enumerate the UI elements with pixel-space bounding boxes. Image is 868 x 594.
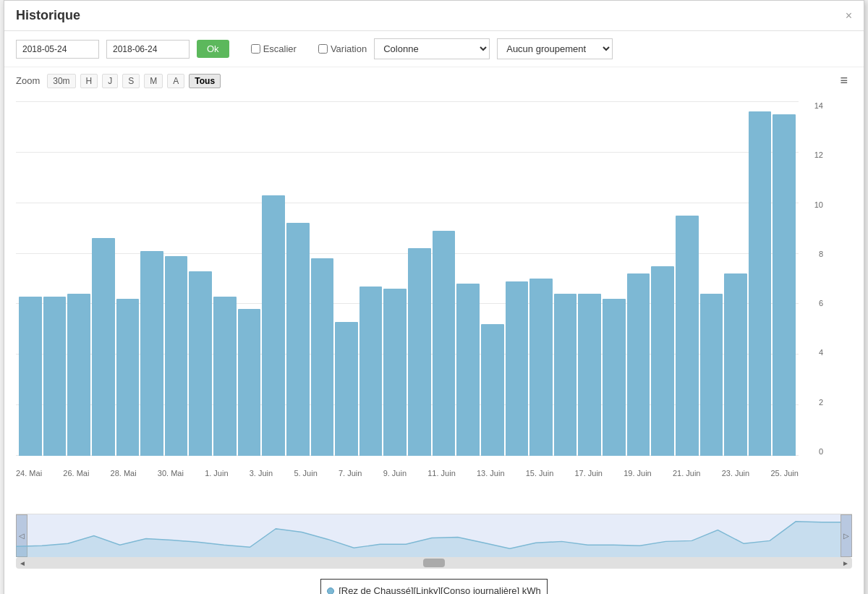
bar-25[interactable] <box>627 273 650 456</box>
zoom-J[interactable]: J <box>102 74 118 88</box>
y-label-8: 8 <box>819 250 823 258</box>
bar-17[interactable] <box>433 231 456 457</box>
zoom-A[interactable]: A <box>167 74 184 88</box>
x-label-5: 3. Juin <box>250 469 273 478</box>
y-label-2: 2 <box>819 398 823 407</box>
x-label-11: 15. Juin <box>526 469 554 478</box>
x-axis: 24. Mai26. Mai28. Mai30. Mai1. Juin3. Ju… <box>16 469 799 478</box>
x-label-16: 25. Juin <box>770 469 799 478</box>
x-label-8: 9. Juin <box>383 469 407 478</box>
x-label-1: 26. Mai <box>63 469 89 478</box>
variation-group: Variation <box>318 43 367 54</box>
groupement-select[interactable]: Aucun groupement Par heure Par jour <box>497 38 613 59</box>
bar-9[interactable] <box>238 309 261 456</box>
y-label-14: 14 <box>814 101 823 110</box>
mini-chart-inner: ◁ ▷ <box>16 514 852 557</box>
escalier-group: Escalier <box>251 43 297 54</box>
bar-13[interactable] <box>335 322 358 457</box>
chart-type-select[interactable]: Colonne Ligne Aire <box>374 38 490 59</box>
y-axis: 14 12 10 8 6 4 2 0 <box>799 101 827 456</box>
bar-28[interactable] <box>700 294 723 456</box>
bar-31[interactable] <box>773 114 796 457</box>
x-label-10: 13. Juin <box>477 469 505 478</box>
bar-19[interactable] <box>481 324 504 456</box>
bar-24[interactable] <box>603 299 626 456</box>
bar-5[interactable] <box>140 251 163 457</box>
scroll-right-arrow[interactable]: ► <box>839 559 852 567</box>
y-label-10: 10 <box>814 200 823 209</box>
escalier-checkbox[interactable] <box>251 44 260 54</box>
x-label-3: 30. Mai <box>158 469 184 478</box>
x-label-4: 1. Juin <box>205 469 228 478</box>
zoom-S[interactable]: S <box>122 74 140 88</box>
legend-box: [Rez de Chaussé][Linky][Conso journalièr… <box>320 579 548 594</box>
bar-21[interactable] <box>529 279 553 456</box>
bar-27[interactable] <box>676 216 699 457</box>
escalier-label: Escalier <box>263 43 297 54</box>
y-label-4: 4 <box>819 348 823 357</box>
bar-26[interactable] <box>651 266 674 457</box>
zoom-tous[interactable]: Tous <box>189 74 221 88</box>
bar-3[interactable] <box>92 238 115 456</box>
variation-checkbox[interactable] <box>318 44 328 54</box>
zoom-M[interactable]: M <box>144 74 163 88</box>
bar-14[interactable] <box>359 287 383 457</box>
bar-4[interactable] <box>116 299 140 456</box>
y-label-0: 0 <box>819 447 823 456</box>
bar-29[interactable] <box>724 273 747 456</box>
x-label-13: 19. Juin <box>624 469 652 478</box>
zoom-H[interactable]: H <box>80 74 98 88</box>
bar-2[interactable] <box>67 294 90 456</box>
bar-16[interactable] <box>408 248 431 456</box>
zoom-label: Zoom <box>16 75 40 86</box>
bar-7[interactable] <box>189 271 212 457</box>
bar-20[interactable] <box>506 281 529 457</box>
bar-0[interactable] <box>19 297 42 457</box>
mini-chart: ◁ ▷ 28. Mai 4. Juin 11. Juin 18. Juin <box>16 514 852 557</box>
title-bar: Historique × <box>4 1 864 31</box>
date-from-input[interactable] <box>16 40 99 59</box>
x-label-12: 17. Juin <box>574 469 603 478</box>
y-label-6: 6 <box>819 299 823 307</box>
main-window: Historique × Ok Escalier Variation Colon… <box>4 0 864 594</box>
bar-10[interactable] <box>262 195 285 457</box>
chart-area: 14 12 10 8 6 4 2 0 24. Mai26. Mai28. Mai… <box>4 94 864 514</box>
bars-area <box>16 101 799 456</box>
mini-right-handle[interactable]: ▷ <box>841 514 852 557</box>
zoom-bar: Zoom 30m H J S M A Tous ≡ <box>4 67 864 94</box>
bar-8[interactable] <box>213 297 237 457</box>
x-label-7: 7. Juin <box>339 469 362 478</box>
variation-label: Variation <box>331 43 367 54</box>
date-to-input[interactable] <box>106 40 190 59</box>
x-label-0: 24. Mai <box>16 469 42 478</box>
bar-23[interactable] <box>578 294 601 456</box>
bar-22[interactable] <box>554 294 577 456</box>
bar-15[interactable] <box>383 289 407 456</box>
bar-18[interactable] <box>456 284 480 456</box>
legend-text: [Rez de Chaussé][Linky][Conso journalièr… <box>339 585 541 594</box>
x-label-2: 28. Mai <box>111 469 137 478</box>
hamburger-button[interactable]: ≡ <box>835 72 852 90</box>
x-label-15: 23. Juin <box>722 469 750 478</box>
scrollbar-area[interactable]: ◄ ► <box>16 557 852 569</box>
page-title: Historique <box>16 8 80 23</box>
scroll-left-arrow[interactable]: ◄ <box>16 559 29 567</box>
close-button[interactable]: × <box>846 9 852 22</box>
chart-container: 14 12 10 8 6 4 2 0 24. Mai26. Mai28. Mai… <box>16 101 827 478</box>
y-label-12: 12 <box>814 150 823 159</box>
zoom-30m[interactable]: 30m <box>47 74 75 88</box>
x-label-9: 11. Juin <box>427 469 456 478</box>
legend-dot <box>327 587 334 595</box>
bar-1[interactable] <box>43 297 67 457</box>
legend-area: [Rez de Chaussé][Linky][Conso journalièr… <box>4 569 864 594</box>
scrollbar-thumb[interactable] <box>423 559 445 567</box>
x-label-14: 21. Juin <box>673 469 701 478</box>
mini-line-svg <box>16 514 852 557</box>
ok-button[interactable]: Ok <box>197 40 229 58</box>
bar-6[interactable] <box>165 256 188 457</box>
bar-30[interactable] <box>749 111 772 456</box>
bar-12[interactable] <box>311 258 334 456</box>
bar-11[interactable] <box>286 223 310 456</box>
x-label-6: 5. Juin <box>294 469 317 478</box>
toolbar: Ok Escalier Variation Colonne Ligne Aire… <box>4 31 864 67</box>
